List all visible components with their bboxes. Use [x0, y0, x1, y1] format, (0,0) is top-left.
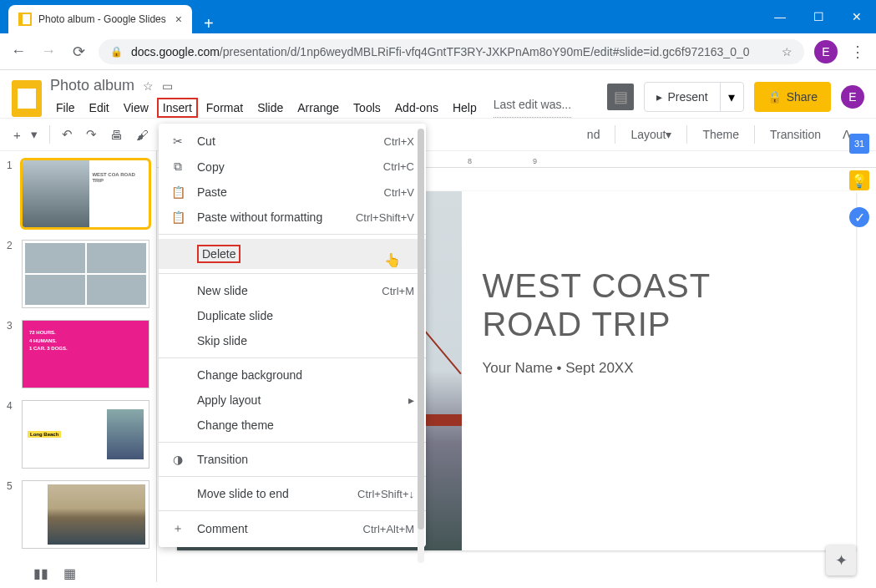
transition-option[interactable]: Transition [763, 124, 828, 144]
menubar: FileEditViewInsertFormatSlideArrangeTool… [50, 98, 599, 118]
slide-number: 3 [7, 320, 17, 388]
workspace: 1 WEST COA ROAD TRIP 2 3 72 HOURS. 4 HUM… [0, 151, 876, 582]
slide-text-area[interactable]: WEST COAST ROAD TRIP Your Name • Sept 20… [462, 191, 856, 550]
present-button[interactable]: ▸ Present [645, 83, 719, 111]
bookmark-star-icon[interactable]: ☆ [782, 45, 792, 58]
ctx-comment[interactable]: ＋CommentCtrl+Alt+M [159, 515, 426, 542]
slide-number: 4 [7, 400, 17, 469]
close-window-button[interactable]: ✕ [838, 3, 876, 30]
paint-format-button[interactable]: 🖌 [131, 124, 154, 145]
window-controls: — ☐ ✕ [761, 0, 876, 33]
app-header: Photo album ☆ ▭ FileEditViewInsertFormat… [0, 70, 876, 118]
back-button[interactable]: ← [8, 43, 28, 60]
tab-title: Photo album - Google Slides [38, 13, 166, 25]
ctx-skip-slide[interactable]: Skip slide [159, 328, 426, 353]
ctx-copy[interactable]: ⧉CopyCtrl+C [159, 154, 426, 180]
ctx-paste[interactable]: 📋PasteCtrl+V [159, 180, 426, 205]
calendar-icon[interactable]: 31 [849, 134, 869, 154]
slide-number: 1 [7, 160, 17, 228]
new-slide-button[interactable]: + [8, 124, 26, 145]
menu-add-ons[interactable]: Add-ons [389, 98, 444, 118]
ctx-move-slide-to-end[interactable]: Move slide to endCtrl+Shift+↓ [159, 481, 426, 506]
browser-tab[interactable]: Photo album - Google Slides × [8, 5, 192, 33]
ctx-change-background[interactable]: Change background [159, 362, 426, 388]
new-tab-button[interactable]: + [192, 14, 225, 33]
paste-icon: 📋 [170, 185, 185, 199]
slides-logo-icon[interactable] [12, 80, 42, 117]
lock-icon: 🔒 [767, 90, 782, 104]
ctx-change-theme[interactable]: Change theme [159, 413, 426, 438]
cut-icon: ✂ [170, 134, 185, 148]
menu-view[interactable]: View [118, 98, 154, 118]
menu-edit[interactable]: Edit [84, 98, 115, 118]
menu-tools[interactable]: Tools [347, 98, 387, 118]
slide-number: 5 [7, 480, 17, 549]
ctx-duplicate-slide[interactable]: Duplicate slide [159, 303, 426, 328]
slide-subtitle[interactable]: Your Name • Sept 20XX [482, 360, 836, 377]
ctx-transition[interactable]: ◑Transition [159, 447, 426, 472]
account-avatar[interactable]: E [841, 85, 864, 109]
profile-avatar[interactable]: E [814, 40, 838, 63]
menu-help[interactable]: Help [447, 98, 483, 118]
undo-button[interactable]: ↶ [57, 124, 78, 145]
last-edit-link[interactable]: Last edit was... [494, 98, 571, 118]
mouse-cursor-icon: 👆 [384, 252, 401, 268]
browser-menu-icon[interactable]: ⋮ [848, 43, 868, 61]
submenu-arrow-icon: ▸ [408, 393, 414, 407]
transition-icon: ◑ [170, 453, 185, 466]
keep-icon[interactable]: 💡 [849, 170, 869, 190]
comment-history-button[interactable]: ▤ [607, 84, 634, 110]
comment-icon: ＋ [170, 521, 185, 536]
tab-close-icon[interactable]: × [175, 13, 182, 26]
share-button[interactable]: 🔒 Share [754, 82, 831, 112]
new-slide-dropdown[interactable]: ▾ [26, 124, 43, 145]
ctx-cut[interactable]: ✂CutCtrl+X [159, 129, 426, 154]
filmstrip-view-icon[interactable]: ▮▮ [33, 565, 48, 581]
redo-button[interactable]: ↷ [81, 124, 102, 145]
browser-titlebar: Photo album - Google Slides × + — ☐ ✕ [0, 0, 876, 33]
background-option[interactable]: nd [580, 124, 607, 144]
reload-button[interactable]: ⟳ [68, 43, 89, 61]
menu-arrange[interactable]: Arrange [291, 98, 345, 118]
present-button-group: ▸ Present ▾ [644, 82, 743, 112]
theme-option[interactable]: Theme [696, 124, 746, 144]
url-text: docs.google.com/presentation/d/1np6weydM… [131, 45, 750, 58]
star-doc-icon[interactable]: ☆ [143, 79, 154, 93]
address-bar[interactable]: 🔒 docs.google.com/presentation/d/1np6wey… [99, 39, 804, 64]
slide-number: 2 [7, 240, 17, 308]
slide-context-menu: ✂CutCtrl+X⧉CopyCtrl+C📋PasteCtrl+V📋Paste … [159, 124, 426, 547]
side-panel: 31 💡 ✓ [846, 134, 873, 227]
lock-icon: 🔒 [110, 46, 123, 58]
maximize-button[interactable]: ☐ [799, 3, 838, 30]
grid-view-icon[interactable]: ▦ [63, 565, 76, 581]
browser-toolbar: ← → ⟳ 🔒 docs.google.com/presentation/d/1… [0, 33, 876, 70]
present-dropdown[interactable]: ▾ [720, 83, 743, 111]
minimize-button[interactable]: — [761, 3, 799, 30]
move-doc-icon[interactable]: ▭ [162, 79, 173, 93]
paste-without-formatting-icon: 📋 [170, 210, 185, 224]
slide-title[interactable]: WEST COAST ROAD TRIP [482, 266, 836, 343]
menu-file[interactable]: File [50, 98, 81, 118]
toolbar: + ▾ ↶ ↷ 🖶 🖌 nd Layout▾ Theme Transition … [0, 118, 876, 151]
filmstrip[interactable]: 1 WEST COA ROAD TRIP 2 3 72 HOURS. 4 HUM… [0, 151, 157, 582]
slide-thumbnail-4[interactable]: Long Beach [22, 400, 149, 469]
ctx-paste-without-formatting[interactable]: 📋Paste without formattingCtrl+Shift+V [159, 205, 426, 230]
copy-icon: ⧉ [170, 160, 185, 174]
menu-slide[interactable]: Slide [251, 98, 289, 118]
forward-button[interactable]: → [38, 43, 58, 60]
view-bar: ▮▮ ▦ [8, 561, 868, 585]
document-title[interactable]: Photo album [50, 77, 134, 94]
slide-thumbnail-5[interactable] [22, 480, 149, 549]
tasks-icon[interactable]: ✓ [849, 207, 869, 227]
slide-thumbnail-3[interactable]: 72 HOURS. 4 HUMANS. 1 CAR. 3 DOGS. [22, 320, 149, 388]
slide-thumbnail-2[interactable] [22, 240, 149, 308]
menu-format[interactable]: Format [200, 98, 249, 118]
ctx-apply-layout[interactable]: Apply layout▸ [159, 388, 426, 413]
slides-favicon [18, 13, 32, 26]
menu-insert[interactable]: Insert [157, 98, 198, 118]
layout-dropdown[interactable]: Layout▾ [624, 124, 678, 144]
play-icon: ▸ [656, 90, 662, 104]
slide-thumbnail-1[interactable]: WEST COA ROAD TRIP [22, 160, 149, 228]
print-button[interactable]: 🖶 [105, 124, 128, 145]
ctx-new-slide[interactable]: New slideCtrl+M [159, 278, 426, 303]
